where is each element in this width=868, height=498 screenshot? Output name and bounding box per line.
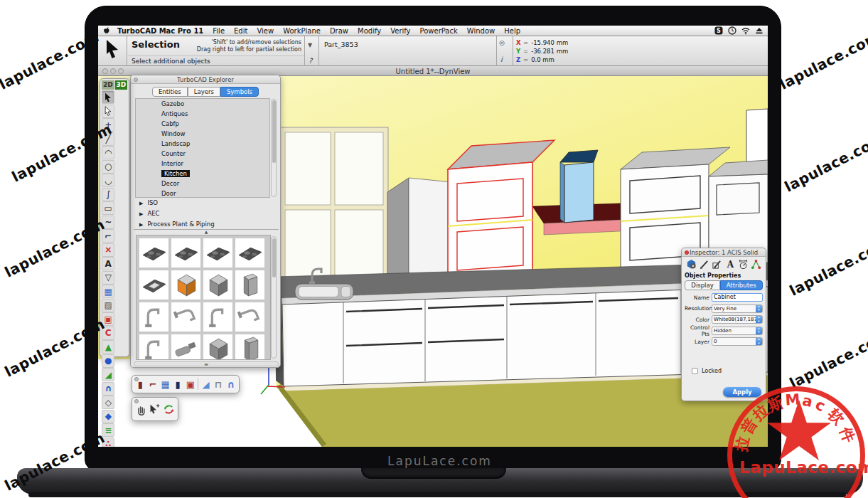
tool-cube-wire[interactable]: ◇ (102, 396, 114, 409)
library-node-process-plant-piping[interactable]: ▶Process Plant & Piping (135, 219, 270, 230)
tool-cabinet-icon[interactable]: ▣ (186, 378, 196, 391)
tool-cross[interactable]: × (102, 243, 114, 257)
symbol-cooktop[interactable] (203, 238, 232, 267)
explorer-close-button[interactable] (134, 78, 138, 82)
eject-icon[interactable] (755, 26, 763, 35)
scroll-thumb[interactable] (272, 100, 276, 163)
mode-2d-button[interactable]: 2D (102, 80, 114, 90)
tool-rect[interactable]: ▭ (102, 201, 114, 215)
disclosure-triangle-icon[interactable]: ▶ (139, 222, 143, 228)
menu-item-draw[interactable]: Draw (330, 27, 348, 35)
drawing-canvas[interactable]: TurboCAD Explorer EntitiesLayersSymbols … (98, 76, 768, 447)
tool-plane[interactable]: ◢ (102, 368, 114, 381)
tool-grid[interactable]: ▦ (102, 285, 114, 298)
info-icon[interactable]: i (500, 55, 503, 63)
dropdown-stepper-icon[interactable]: ▴▾ (756, 337, 762, 346)
field-color-dropdown[interactable]: White08(187,187,187)▴▾ (712, 315, 763, 324)
menu-item-help[interactable]: Help (504, 27, 520, 35)
tool-circle[interactable]: ○ (102, 160, 114, 174)
tool-curve[interactable]: ◡ (102, 174, 114, 187)
tool-layers[interactable]: ≡ (102, 423, 114, 437)
tool-select-open[interactable] (102, 105, 114, 118)
pan-hand-icon[interactable] (135, 403, 147, 415)
symbol-cooktop[interactable] (235, 238, 264, 267)
menu-item-modify[interactable]: Modify (358, 27, 381, 35)
scroll-thumb[interactable] (272, 238, 276, 277)
symbol-category-door[interactable]: Door (136, 189, 269, 198)
explorer-splitter[interactable]: ▲ (134, 229, 279, 233)
select-plus-icon[interactable] (149, 403, 161, 415)
menu-item-window[interactable]: Window (467, 27, 495, 35)
menu-item-verify[interactable]: Verify (390, 27, 410, 35)
explorer-title-bar[interactable]: TurboCAD Explorer (131, 75, 280, 84)
menu-item-file[interactable]: File (213, 27, 225, 35)
clock-icon[interactable] (728, 26, 736, 35)
field-layer-dropdown[interactable]: 0▴▾ (712, 337, 763, 346)
disclosure-triangle-icon[interactable]: ▶ (139, 211, 143, 217)
tool-hatch[interactable]: ▨ (102, 299, 114, 312)
menu-item-edit[interactable]: Edit (234, 27, 247, 35)
inspector-icon-solid-properties[interactable] (686, 259, 697, 271)
symbol-box[interactable] (203, 334, 232, 360)
symbol-faucet[interactable] (139, 302, 168, 332)
symbol-cabinet-orange[interactable] (171, 270, 200, 300)
symbol-category-kitchen[interactable]: Kitchen (136, 169, 269, 179)
symbol-sprayer[interactable] (171, 334, 200, 360)
menu-item-powerpack[interactable]: PowerPack (420, 27, 458, 35)
inspector-tab-attributes[interactable]: Attributes (720, 280, 763, 290)
grid-scrollbar[interactable] (271, 236, 277, 359)
tool-sphere[interactable]: ● (102, 354, 114, 368)
field-name-input[interactable]: Cabinet (712, 293, 763, 302)
symbol-tall-box[interactable] (235, 334, 264, 360)
tool-corner-wall-icon[interactable]: ⌐ (148, 378, 159, 391)
inspector-icon-pen-edit[interactable] (712, 259, 722, 271)
symbol-faucet-r[interactable] (235, 302, 264, 332)
disclosure-triangle-icon[interactable]: ▶ (139, 201, 143, 206)
inspector-tab-display[interactable]: Display (685, 280, 719, 290)
field-control-pts-dropdown[interactable]: Hidden▴▾ (712, 327, 763, 335)
tool-arc[interactable]: ◠ (102, 146, 114, 159)
dropdown-stepper-icon[interactable]: ▴▾ (756, 327, 762, 335)
symbol-faucet-r[interactable] (171, 302, 200, 332)
tool-cube-solid[interactable]: ◆ (102, 410, 114, 423)
explorer-tab-entities[interactable]: Entities (152, 87, 188, 97)
library-node-aec[interactable]: ▶AEC (135, 208, 270, 219)
tool-dome[interactable]: ∩ (102, 382, 114, 396)
explorer-tab-layers[interactable]: Layers (188, 87, 220, 97)
apple-icon[interactable] (102, 26, 111, 35)
symbol-category-gazebo[interactable]: Gazebo (136, 99, 269, 109)
inspector-icon-dimension[interactable] (738, 259, 749, 271)
symbol-cooktop[interactable] (139, 238, 168, 267)
explorer-list-scrollbar[interactable] (271, 99, 277, 197)
symbol-faucet[interactable] (203, 302, 232, 332)
tracking-icon[interactable]: ◎ (499, 39, 505, 46)
inspector-icon-pen[interactable] (699, 259, 709, 271)
inspector-title-bar[interactable]: Inspector: 1 ACIS Solid (682, 248, 766, 257)
explorer-bottom-scrollbar[interactable]: ▬ (134, 361, 279, 366)
mode-3d-button[interactable]: 3D (115, 80, 128, 90)
explorer-tab-symbols[interactable]: Symbols (220, 87, 259, 97)
tool-door-icon[interactable]: ▮ (173, 378, 183, 391)
wifi-icon[interactable] (741, 26, 750, 35)
symbol-fridge[interactable] (235, 270, 264, 300)
locked-checkbox[interactable] (692, 368, 698, 374)
library-node-iso[interactable]: ▶ISO (135, 198, 270, 208)
symbol-category-window[interactable]: Window (136, 129, 269, 139)
dropdown-stepper-icon[interactable]: ▴▾ (756, 315, 762, 324)
toolbar-close-button[interactable] (134, 399, 139, 403)
symbol-category-antiques[interactable]: Antiques (136, 109, 269, 119)
symbol-category-cabfp[interactable]: Cabfp (136, 119, 269, 129)
toolbar-close-button[interactable] (134, 377, 139, 381)
menu-item-workplane[interactable]: WorkPlane (283, 27, 321, 35)
tool-roof-icon[interactable]: ◢ (200, 378, 211, 391)
tool-window-icon[interactable]: ▦ (160, 378, 171, 391)
app-menu-title[interactable]: TurboCAD Mac Pro 11 (117, 27, 203, 35)
menu-item-view[interactable]: View (257, 27, 274, 35)
rotate-view-icon[interactable] (163, 403, 175, 415)
symbol-cabinet-grey[interactable] (203, 270, 232, 300)
symbol-category-decor[interactable]: Decor (136, 179, 269, 189)
apply-button[interactable]: Apply (723, 387, 761, 397)
inspector-icon-symbol[interactable] (751, 259, 761, 271)
part-dropdown-icon[interactable]: ▼ (308, 42, 312, 48)
tool-polygon[interactable]: ▽ (102, 271, 114, 285)
